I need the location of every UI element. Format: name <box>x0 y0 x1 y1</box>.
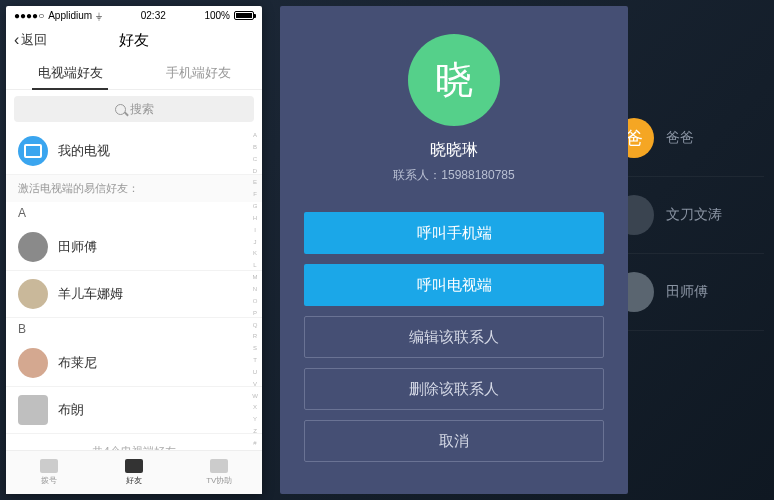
my-tv-label: 我的电视 <box>58 142 110 160</box>
cancel-button[interactable]: 取消 <box>304 420 604 462</box>
bottom-tab-bar: 拨号 好友 TV协助 <box>6 450 262 494</box>
avatar <box>18 395 48 425</box>
contact-row[interactable]: 布莱尼 <box>6 340 262 387</box>
avatar <box>18 279 48 309</box>
contact-avatar: 晓 <box>408 34 500 126</box>
tab-label: 拨号 <box>41 475 57 486</box>
wifi-icon: ⏚ <box>96 10 102 21</box>
friends-icon <box>125 459 143 473</box>
tab-label: TV协助 <box>206 475 232 486</box>
tv-contact-name: 文刀文涛 <box>666 206 722 224</box>
clock-label: 02:32 <box>141 10 166 21</box>
back-label: 返回 <box>21 31 47 49</box>
carrier-label: Applidium <box>48 10 92 21</box>
contact-name: 布朗 <box>58 401 84 419</box>
section-yixin: 激活电视端的易信好友： <box>6 175 262 202</box>
contact-count: 共4个电视端好友 <box>6 434 262 450</box>
tv-contact-name: 爸爸 <box>666 129 694 147</box>
alpha-index[interactable]: ABCDEFGHIJKLMNOPQRSTUVWXYZ# <box>250 132 260 446</box>
contact-name: 布莱尼 <box>58 354 97 372</box>
search-icon <box>115 104 126 115</box>
tab-tv-assist[interactable]: TV协助 <box>177 451 262 494</box>
chevron-left-icon: ‹ <box>14 31 19 49</box>
battery-percent: 100% <box>204 10 230 21</box>
contact-row[interactable]: 羊儿车娜姆 <box>6 271 262 318</box>
page-title: 好友 <box>119 31 149 50</box>
tab-friends[interactable]: 好友 <box>91 451 176 494</box>
tab-dial[interactable]: 拨号 <box>6 451 91 494</box>
search-input[interactable]: 搜索 <box>14 96 254 122</box>
my-tv-row[interactable]: 我的电视 <box>6 128 262 175</box>
tv-contact-name: 田师傅 <box>666 283 708 301</box>
tv-contact-row[interactable]: 文刀文涛 <box>614 177 764 254</box>
phone-mockup: ●●●●○ Applidium ⏚ 02:32 100% ‹ 返回 好友 电视端… <box>6 6 262 494</box>
tab-label: 好友 <box>126 475 142 486</box>
contact-name: 羊儿车娜姆 <box>58 285 123 303</box>
contact-row[interactable]: 田师傅 <box>6 224 262 271</box>
tv-contact-row[interactable]: 爸 爸爸 <box>614 100 764 177</box>
contact-label-prefix: 联系人： <box>393 168 441 182</box>
contact-list: ABCDEFGHIJKLMNOPQRSTUVWXYZ# 我的电视 激活电视端的易… <box>6 128 262 450</box>
edit-contact-button[interactable]: 编辑该联系人 <box>304 316 604 358</box>
call-tv-button[interactable]: 呼叫电视端 <box>304 264 604 306</box>
call-mobile-button[interactable]: 呼叫手机端 <box>304 212 604 254</box>
tv-contact-list: 爸 爸爸 文刀文涛 田师傅 <box>614 100 764 331</box>
back-button[interactable]: ‹ 返回 <box>14 31 47 49</box>
search-placeholder: 搜索 <box>130 101 154 118</box>
contact-row[interactable]: 布朗 <box>6 387 262 434</box>
tab-tv-friends[interactable]: 电视端好友 <box>6 56 134 89</box>
nav-bar: ‹ 返回 好友 <box>6 24 262 56</box>
letter-header-b: B <box>6 318 262 340</box>
battery-icon <box>234 11 254 20</box>
contact-action-sheet: 晓 晓晓琳 联系人：15988180785 呼叫手机端 呼叫电视端 编辑该联系人… <box>280 6 628 494</box>
contact-phone-number: 15988180785 <box>441 168 514 182</box>
avatar <box>18 232 48 262</box>
avatar <box>18 348 48 378</box>
delete-contact-button[interactable]: 删除该联系人 <box>304 368 604 410</box>
contact-name: 晓晓琳 <box>430 140 478 161</box>
contact-phone: 联系人：15988180785 <box>393 167 514 184</box>
tab-phone-friends[interactable]: 手机端好友 <box>134 56 262 89</box>
contact-name: 田师傅 <box>58 238 97 256</box>
signal-dots: ●●●●○ <box>14 10 44 21</box>
dial-icon <box>40 459 58 473</box>
friend-tabs: 电视端好友 手机端好友 <box>6 56 262 90</box>
status-bar: ●●●●○ Applidium ⏚ 02:32 100% <box>6 6 262 24</box>
tv-contact-row[interactable]: 田师傅 <box>614 254 764 331</box>
tv-icon <box>18 136 48 166</box>
tv-assist-icon <box>210 459 228 473</box>
letter-header-a: A <box>6 202 262 224</box>
